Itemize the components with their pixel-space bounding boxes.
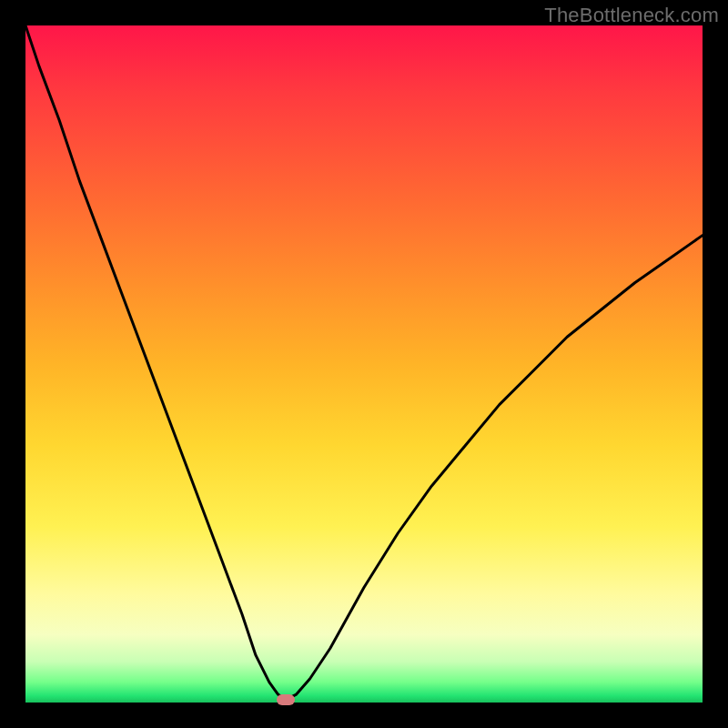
watermark-text: TheBottleneck.com	[544, 4, 719, 27]
chart-frame: TheBottleneck.com	[0, 0, 728, 728]
plot-area	[25, 25, 703, 703]
bottleneck-curve	[25, 25, 703, 703]
minimum-marker	[277, 694, 295, 705]
